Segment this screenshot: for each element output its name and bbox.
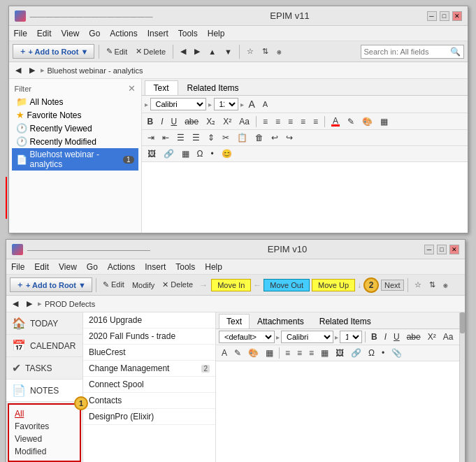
symbol-btn-v10[interactable]: Ω bbox=[366, 347, 377, 359]
export-btn-v10[interactable]: ⎈ bbox=[440, 280, 451, 290]
maximize-btn-v10[interactable]: □ bbox=[437, 245, 447, 254]
bold-btn-v10[interactable]: B bbox=[368, 331, 380, 343]
edit-button[interactable]: ✎ Edit bbox=[103, 46, 130, 57]
subnav-favorites[interactable]: Favorites bbox=[15, 420, 74, 433]
star-btn-v10[interactable]: ☆ bbox=[412, 280, 424, 290]
menu-view[interactable]: View bbox=[59, 29, 82, 38]
menu-insert[interactable]: Insert bbox=[145, 29, 171, 38]
bullet-btn-v10[interactable]: • bbox=[379, 347, 387, 359]
case-btn-v10[interactable]: Aa bbox=[440, 331, 456, 343]
menu-file[interactable]: File bbox=[12, 29, 29, 38]
menu-edit[interactable]: Edit bbox=[35, 29, 54, 38]
tab-related-v11[interactable]: Related Items bbox=[178, 80, 248, 95]
font-color-btn[interactable]: A bbox=[329, 115, 342, 128]
nav-forward-v10[interactable]: ▶ bbox=[24, 298, 35, 309]
sort-list-btn[interactable]: ⇕ bbox=[205, 131, 217, 144]
next-btn-v10[interactable]: Next bbox=[381, 280, 404, 291]
bg-btn-v10[interactable]: 🎨 bbox=[245, 347, 261, 359]
nav-forward[interactable]: ▶ bbox=[27, 65, 38, 75]
nav-tasks[interactable]: ✔ TASKS bbox=[6, 357, 82, 380]
justify-btn[interactable]: ≡ bbox=[298, 115, 308, 128]
indent-out-btn[interactable]: ⇤ bbox=[159, 131, 172, 144]
font-color-btn-v10[interactable]: A bbox=[219, 347, 230, 359]
back-button[interactable]: ◀ bbox=[178, 46, 189, 57]
note-item-5[interactable]: Contacts bbox=[83, 393, 215, 409]
menu-actions[interactable]: Actions bbox=[108, 29, 139, 38]
move-up-btn[interactable]: Move Up bbox=[312, 279, 355, 291]
border-btn-v10[interactable]: ▦ bbox=[263, 347, 276, 359]
nav-today[interactable]: 🏠 TODAY bbox=[6, 312, 82, 335]
tree-item-recently-modified[interactable]: 🕐 Recently Modified bbox=[12, 135, 138, 148]
minimize-btn-v10[interactable]: ─ bbox=[424, 245, 434, 254]
nav-notes[interactable]: 📄 NOTES bbox=[6, 380, 82, 402]
minimize-btn[interactable]: ─ bbox=[427, 11, 437, 21]
case-btn[interactable]: Aa bbox=[236, 115, 252, 128]
bold-btn[interactable]: B bbox=[145, 115, 157, 128]
subscript-btn[interactable]: X₂ bbox=[203, 115, 218, 128]
image-btn-v10[interactable]: 🖼 bbox=[333, 347, 347, 359]
sort-btn-v10[interactable]: ⇅ bbox=[426, 280, 438, 290]
align-left-v10[interactable]: ≡ bbox=[282, 347, 293, 359]
tree-item-all-notes[interactable]: 📁 All Notes bbox=[12, 95, 138, 108]
note-item-6[interactable]: DesignPro (Elixir) bbox=[83, 409, 215, 425]
align-center-btn[interactable]: ≡ bbox=[273, 115, 283, 128]
font-size-select[interactable]: 12 bbox=[214, 98, 238, 110]
tree-item-recently-viewed[interactable]: 🕐 Recently Viewed bbox=[12, 122, 138, 135]
superscript-btn-v10[interactable]: X² bbox=[425, 331, 439, 343]
table-btn[interactable]: ▦ bbox=[179, 147, 192, 160]
link-btn-v10[interactable]: 🔗 bbox=[348, 347, 364, 359]
highlight-btn-v10[interactable]: ✎ bbox=[231, 347, 244, 359]
underline-btn-v10[interactable]: U bbox=[391, 331, 403, 343]
delete-button[interactable]: ✕ Delete bbox=[133, 46, 168, 57]
subnav-modified[interactable]: Modified bbox=[15, 445, 74, 458]
list-btn[interactable]: ☰ bbox=[174, 131, 187, 144]
style-select-v10[interactable]: <default> bbox=[219, 331, 275, 343]
bullet-btn[interactable]: • bbox=[208, 147, 216, 160]
scroll-indicator[interactable] bbox=[459, 312, 465, 462]
tab-text-v10[interactable]: Text bbox=[219, 314, 250, 329]
attachment-btn-v10[interactable]: 📎 bbox=[389, 347, 405, 359]
note-item-0[interactable]: 2016 Upgrade bbox=[83, 312, 215, 329]
font-shrink-btn[interactable]: A bbox=[260, 99, 271, 110]
font-grow-btn[interactable]: A bbox=[246, 97, 258, 111]
move-out-btn[interactable]: Move Out bbox=[264, 279, 310, 291]
up-button[interactable]: ▲ bbox=[205, 47, 219, 57]
export-button[interactable]: ⎈ bbox=[274, 47, 284, 57]
nav-calendar[interactable]: 📅 CALENDAR bbox=[6, 335, 82, 357]
align-right-v10[interactable]: ≡ bbox=[306, 347, 317, 359]
underline-btn[interactable]: U bbox=[168, 115, 180, 128]
modify-btn-v10[interactable]: Modify bbox=[129, 280, 157, 290]
font-select[interactable]: Calibri bbox=[150, 98, 206, 110]
highlight-btn[interactable]: ✎ bbox=[345, 115, 357, 128]
menu-edit-v10[interactable]: Edit bbox=[32, 262, 51, 272]
cut-btn[interactable]: ✂ bbox=[219, 131, 232, 144]
menu-go[interactable]: Go bbox=[87, 29, 102, 38]
subnav-all[interactable]: All bbox=[15, 407, 74, 420]
redo-btn[interactable]: ↪ bbox=[283, 131, 296, 144]
search-input[interactable] bbox=[364, 48, 448, 56]
note-item-1[interactable]: 2020 Fall Funds - trade bbox=[83, 329, 215, 345]
align-right-btn[interactable]: ≡ bbox=[285, 115, 296, 128]
font-size-select-v10[interactable]: 12 bbox=[340, 331, 362, 343]
superscript-btn[interactable]: X² bbox=[220, 115, 234, 128]
italic-btn[interactable]: I bbox=[158, 115, 166, 128]
table-btn-v10[interactable]: ▦ bbox=[318, 347, 331, 359]
clear-btn[interactable]: 🗑 bbox=[252, 131, 266, 144]
align-center-v10[interactable]: ≡ bbox=[294, 347, 305, 359]
menu-actions-v10[interactable]: Actions bbox=[106, 262, 137, 272]
menu-view-v10[interactable]: View bbox=[57, 262, 79, 272]
italic-btn-v10[interactable]: I bbox=[382, 331, 389, 343]
emoji-btn[interactable]: 😊 bbox=[219, 147, 235, 160]
align-extra-btn[interactable]: ≡ bbox=[310, 115, 321, 128]
down-button[interactable]: ▼ bbox=[222, 47, 235, 57]
nav-back-v10[interactable]: ◀ bbox=[10, 298, 21, 309]
align-left-btn[interactable]: ≡ bbox=[260, 115, 271, 128]
menu-go-v10[interactable]: Go bbox=[85, 262, 100, 272]
menu-tools-v10[interactable]: Tools bbox=[173, 262, 197, 272]
move-in-btn[interactable]: Move In bbox=[211, 279, 251, 291]
search-icon[interactable]: 🔍 bbox=[450, 47, 461, 57]
link-btn[interactable]: 🔗 bbox=[161, 147, 177, 160]
strikethrough-btn-v10[interactable]: abe bbox=[404, 331, 424, 343]
filter-close-button[interactable]: ✕ bbox=[128, 83, 136, 94]
subnav-viewed[interactable]: Viewed bbox=[15, 433, 74, 445]
